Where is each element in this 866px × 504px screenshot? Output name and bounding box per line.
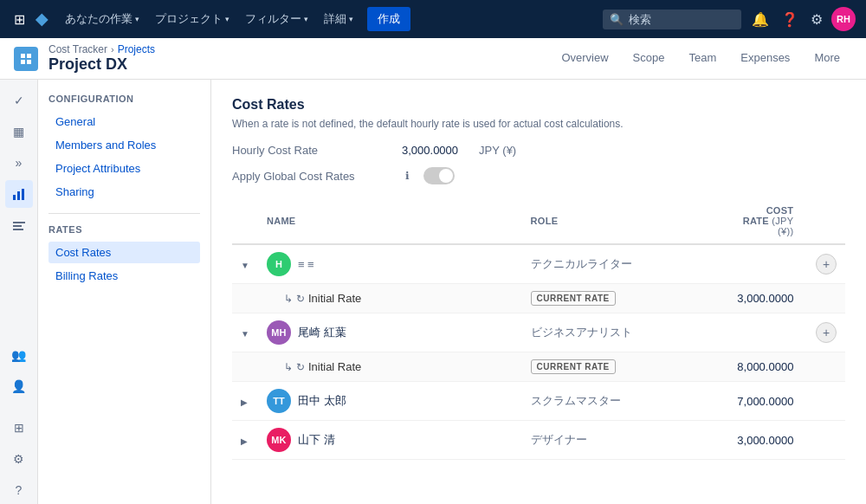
cost-rate-cell: 7,000.0000	[728, 382, 802, 421]
sub-nav: Cost Tracker › Projects Project DX Overv…	[0, 38, 866, 80]
nav-menu-details[interactable]: 詳細 ▾	[317, 8, 360, 30]
sidebar-icon-person[interactable]: 👤	[5, 372, 33, 400]
sub-indent-cell	[232, 352, 258, 382]
config-link-general[interactable]: General	[48, 111, 200, 132]
refresh-icon: ↻	[296, 293, 305, 305]
table-header-row: Name Role Cost Rate (JPY (¥))	[232, 198, 845, 244]
role-cell: テクニカルライター	[522, 244, 729, 284]
sidebar-icon-chart[interactable]	[5, 180, 33, 208]
role-cell: スクラムマスター	[522, 382, 729, 421]
th-action	[802, 198, 845, 244]
member-name-cell: MK 山下 清	[258, 421, 522, 460]
config-link-cost-rates[interactable]: Cost Rates	[48, 242, 200, 263]
member-name-text: 尾崎 紅葉	[298, 325, 346, 340]
sidebar-icon-settings[interactable]: ⚙	[5, 445, 33, 473]
hourly-rate-label: Hourly Cost Rate	[232, 144, 388, 157]
svg-rect-3	[27, 60, 31, 64]
member-name-cell: MH 尾崎 紅葉	[258, 313, 522, 352]
currency-label: JPY (¥)	[479, 144, 516, 157]
tab-team[interactable]: Team	[676, 39, 728, 78]
icon-sidebar: ✓ ▦ » 👥 👤 ⊞ ⚙ ?	[0, 80, 38, 504]
caret-icon: ▾	[304, 15, 308, 23]
apply-global-toggle[interactable]	[423, 167, 455, 184]
sub-name-cell: ↳ ↻ Initial Rate	[258, 352, 522, 382]
role-cell: ビジネスアナリスト	[522, 313, 729, 352]
tab-more[interactable]: More	[802, 39, 852, 78]
sidebar-icon-users[interactable]: 👥	[5, 341, 33, 369]
config-link-billing-rates[interactable]: Billing Rates	[48, 265, 200, 287]
breadcrumb-link[interactable]: Projects	[118, 43, 155, 55]
search-icon: 🔍	[610, 13, 624, 26]
tab-scope[interactable]: Scope	[621, 39, 677, 78]
sub-cost-cell: 8,000.0000	[728, 352, 802, 382]
main-content: Cost Rates When a rate is not defined, t…	[211, 80, 866, 504]
sub-action-cell	[802, 284, 845, 313]
add-rate-button[interactable]: +	[816, 322, 837, 343]
tab-expenses[interactable]: Expenses	[728, 39, 802, 78]
main-layout: ✓ ▦ » 👥 👤 ⊞ ⚙ ? Configuration General Me…	[0, 80, 866, 504]
avatar: TT	[267, 389, 291, 413]
search-input[interactable]	[629, 13, 734, 26]
refresh-icon: ↻	[296, 361, 305, 373]
nav-menu: あなたの作業 ▾ プロジェクト ▾ フィルター ▾ 詳細 ▾	[58, 8, 360, 30]
chevron-icon[interactable]: ▶	[241, 397, 248, 407]
chevron-cell[interactable]: ▶	[232, 382, 258, 421]
nav-menu-filters[interactable]: フィルター ▾	[238, 8, 315, 30]
chevron-icon[interactable]: ▼	[241, 329, 249, 339]
config-link-sharing[interactable]: Sharing	[48, 181, 200, 203]
svg-rect-8	[13, 225, 22, 227]
config-link-attributes[interactable]: Project Attributes	[48, 158, 200, 179]
caret-icon: ▾	[225, 15, 229, 23]
config-divider	[48, 213, 200, 214]
sidebar-icon-bar-chart[interactable]	[5, 211, 33, 239]
svg-rect-2	[21, 60, 25, 64]
sidebar-icon-grid[interactable]: ⊞	[5, 414, 33, 442]
chevron-icon[interactable]: ▼	[241, 261, 249, 270]
sidebar-icon-fast-forward[interactable]: »	[5, 149, 33, 177]
add-rate-button[interactable]: +	[816, 254, 837, 275]
help-icon[interactable]: ❓	[778, 8, 802, 31]
apply-global-label: Apply Global Cost Rates	[232, 170, 388, 183]
tab-overview[interactable]: Overview	[549, 39, 620, 78]
chevron-cell[interactable]: ▼	[232, 313, 258, 352]
config-link-members[interactable]: Members and Roles	[48, 134, 200, 156]
toggle-thumb	[439, 169, 453, 183]
chevron-cell[interactable]: ▶	[232, 421, 258, 460]
role-text: デザイナー	[531, 433, 587, 446]
top-nav: ⊞ ◆ あなたの作業 ▾ プロジェクト ▾ フィルター ▾ 詳細 ▾ 作成 🔍 …	[0, 0, 866, 38]
search-box[interactable]: 🔍	[603, 10, 741, 29]
sidebar-icon-help[interactable]: ?	[5, 476, 33, 504]
chevron-cell[interactable]: ▼	[232, 244, 258, 284]
grid-icon[interactable]: ⊞	[10, 8, 29, 31]
sidebar-icon-home[interactable]: ✓	[5, 87, 33, 114]
sub-label: Initial Rate	[308, 360, 361, 373]
svg-rect-5	[17, 191, 20, 200]
info-icon[interactable]: ℹ	[405, 170, 410, 182]
toggle-track[interactable]	[423, 167, 455, 184]
app-icon	[14, 47, 38, 71]
member-icons: ≡ ≡	[298, 258, 314, 271]
table-row: ▼ MH 尾崎 紅葉 ビジネスアナリスト +	[232, 313, 845, 352]
create-button[interactable]: 作成	[367, 7, 410, 31]
svg-rect-6	[22, 189, 24, 200]
current-rate-badge: CURRENT RATE	[531, 291, 616, 306]
config-rates-title: Rates	[48, 224, 200, 235]
notification-icon[interactable]: 🔔	[748, 8, 772, 31]
sub-cost-cell: 3,000.0000	[728, 284, 802, 313]
th-expand	[232, 198, 258, 244]
member-name-cell: TT 田中 太郎	[258, 382, 522, 421]
settings-icon[interactable]: ⚙	[807, 8, 826, 31]
chevron-icon[interactable]: ▶	[241, 436, 248, 446]
avatar[interactable]: RH	[831, 7, 856, 31]
sub-indent-cell	[232, 284, 258, 313]
sidebar-icon-calendar[interactable]: ▦	[5, 118, 33, 145]
sub-rate-row: ↳ ↻ Initial Rate CURRENT RATE 8,000.0000	[232, 352, 845, 382]
logo-icon[interactable]: ◆	[36, 10, 48, 29]
table-row: ▶ TT 田中 太郎 スクラムマスター 7,000.0000	[232, 382, 845, 421]
svg-rect-4	[13, 195, 16, 200]
nav-menu-your-work[interactable]: あなたの作業 ▾	[58, 8, 146, 30]
member-name-text: 田中 太郎	[298, 393, 346, 409]
action-cell	[802, 382, 845, 421]
nav-menu-projects[interactable]: プロジェクト ▾	[148, 8, 236, 30]
role-text: ビジネスアナリスト	[531, 326, 632, 339]
